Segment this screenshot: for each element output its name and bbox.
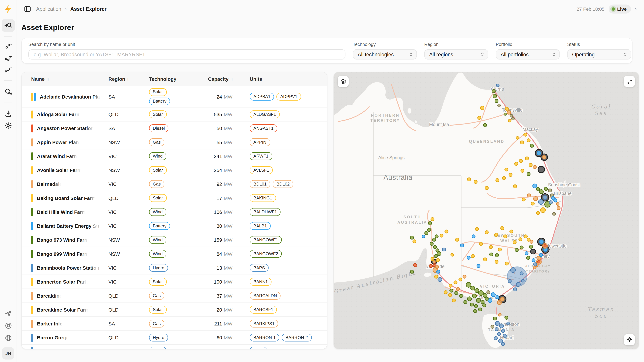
unit-badge[interactable]: ADPPV1 [276,93,301,100]
asset-marker-battery[interactable] [554,199,557,202]
asset-marker-solar[interactable] [505,107,508,110]
asset-marker-gas[interactable] [498,301,502,305]
asset-marker-gas[interactable] [530,240,533,244]
asset-marker-wind[interactable] [492,89,496,93]
unit-badge[interactable]: AVLSF1 [250,166,273,174]
asset-marker-wind[interactable] [490,253,493,256]
asset-marker-hydro[interactable] [438,278,442,282]
asset-marker-diesel[interactable] [414,264,417,267]
sidebar-item-settings[interactable] [2,119,15,132]
sidebar-item-help[interactable] [2,319,15,332]
asset-marker-wind[interactable] [471,286,475,290]
asset-marker-battery[interactable] [460,244,464,247]
unit-badge[interactable]: BANGOWF2 [250,250,282,258]
asset-marker-other[interactable] [491,325,494,329]
asset-marker-hydro[interactable] [516,282,520,286]
asset-marker-gas[interactable] [534,197,538,201]
asset-marker-solar[interactable] [459,278,462,281]
asset-marker-wind[interactable] [410,236,414,239]
breadcrumb-application[interactable]: Application [36,6,62,12]
asset-marker-solar[interactable] [431,218,434,221]
asset-marker-other[interactable] [510,114,513,117]
asset-marker-wind[interactable] [504,113,506,115]
table-row[interactable]: Bango 973 Wind FarmNSWWind159MWBANGOWF1 [22,233,327,247]
asset-marker-gas[interactable] [537,256,541,260]
table-row[interactable]: Bannerton Solar ParkVICSolar100MWBANN1 [22,275,327,289]
asset-marker-solar[interactable] [502,176,506,180]
asset-marker-battery[interactable] [436,270,440,273]
unit-badge[interactable]: BARRON-2 [282,334,312,341]
column-header-capacity[interactable]: Capacity↑↓ [194,76,240,82]
asset-marker-solar[interactable] [531,202,534,205]
asset-marker-solar[interactable] [452,299,456,302]
unit-badge[interactable]: BALDHWF1 [250,208,280,216]
asset-marker-solar[interactable] [413,240,416,243]
asset-marker-hydro[interactable] [500,324,504,328]
asset-marker-wind[interactable] [515,248,518,252]
asset-marker-coal[interactable] [538,166,544,173]
table-row[interactable]: Baking Board Solar FarmQLDSolar17MWBAKIN… [22,191,327,205]
asset-marker-wind[interactable] [428,228,431,232]
asset-marker-wind[interactable] [455,292,458,295]
asset-marker-coal[interactable] [531,249,536,254]
asset-marker-other[interactable] [548,189,552,192]
unit-badge[interactable]: BANN1 [250,278,272,286]
table-row[interactable]: Banimboola Power StationVICHydro13MWBAPS [22,261,327,275]
map-expand-button[interactable] [624,76,635,87]
asset-marker-wind[interactable] [435,235,438,238]
live-chevron-right-icon[interactable]: › [635,6,636,11]
asset-marker-solar[interactable] [540,208,546,213]
asset-marker-solar[interactable] [440,234,443,237]
asset-marker-other[interactable] [512,117,514,120]
asset-marker-other[interactable] [552,212,556,215]
unit-badge[interactable]: BARKIPS1 [250,320,278,328]
select-portfolio[interactable]: All portfolios [496,49,560,59]
asset-marker-wind[interactable] [478,291,483,296]
table-row[interactable]: Bango 999 Wind FarmNSWWind84MWBANGOWF2 [22,247,327,261]
asset-marker-solar[interactable] [525,157,528,160]
asset-marker-solar[interactable] [504,235,507,238]
table-row[interactable]: Bald Hills Wind FarmVICWind106MWBALDHWF1 [22,205,327,219]
asset-map[interactable]: AustraliaNORTHERNTERRITORYQUEENSLANDSOUT… [334,72,639,350]
asset-marker-solar[interactable] [498,248,502,251]
asset-marker-other[interactable] [487,291,490,294]
asset-marker-battery[interactable] [467,256,470,259]
asset-marker-solar[interactable] [505,262,508,265]
asset-marker-battery[interactable] [496,296,499,299]
asset-marker-solar[interactable] [489,245,492,249]
asset-marker-wind[interactable] [483,304,486,307]
unit-badge[interactable]: BARCALDN [250,292,280,300]
unit-badge[interactable]: ADPBA1 [250,93,274,100]
asset-marker-hydro[interactable] [510,268,515,273]
asset-marker-gas[interactable] [435,265,439,269]
asset-marker-solar[interactable] [494,233,498,237]
asset-marker-solar[interactable] [519,159,522,163]
asset-marker-solar[interactable] [444,291,447,294]
asset-marker-wind[interactable] [495,254,498,257]
asset-marker-wind[interactable] [468,297,472,301]
asset-marker-gas[interactable] [498,313,501,316]
sidebar-item-activity[interactable] [2,63,15,76]
asset-marker-solar[interactable] [431,257,434,261]
unit-badge[interactable]: ARWF1 [250,152,272,160]
asset-marker-hydro[interactable] [513,288,517,291]
asset-marker-wind[interactable] [536,188,540,191]
sidebar-item-connections[interactable] [2,85,15,98]
table-row[interactable]: Barron GorgeQLDHydro60MWBARRON-1BARRON-2 [22,331,327,345]
asset-marker-hydro[interactable] [495,322,499,326]
asset-marker-solar[interactable] [513,241,516,244]
asset-marker-wind[interactable] [481,301,484,304]
live-status-badge[interactable]: Live [608,4,631,13]
asset-marker-solar[interactable] [445,230,448,233]
asset-marker-solar[interactable] [513,185,517,188]
table-row[interactable] [22,345,327,349]
unit-badge[interactable]: BAPS [250,264,269,272]
asset-marker-solar[interactable] [480,106,484,110]
asset-marker-battery[interactable] [491,293,495,297]
asset-marker-wind[interactable] [474,310,477,313]
asset-marker-gas[interactable] [557,206,560,210]
asset-marker-solar[interactable] [536,211,540,215]
asset-marker-wind[interactable] [428,222,432,225]
asset-marker-battery[interactable] [472,235,475,238]
unit-badge[interactable]: BANGOWF1 [250,236,282,244]
